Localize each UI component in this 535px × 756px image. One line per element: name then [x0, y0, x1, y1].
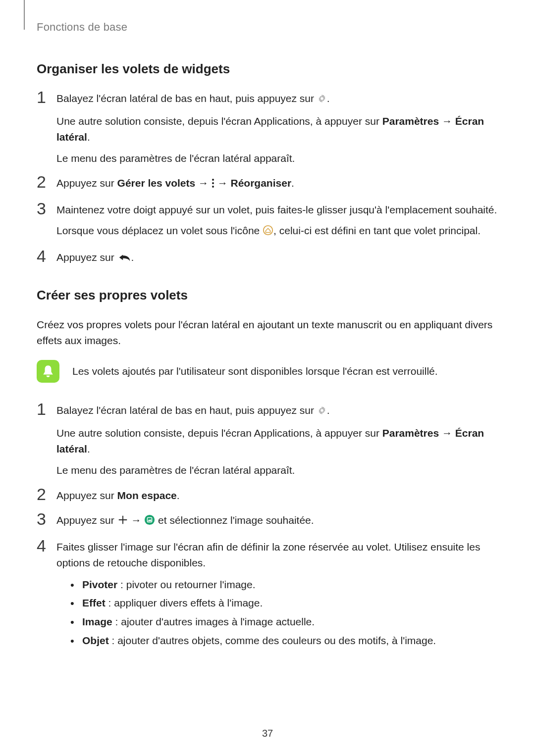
decorative-side-bar	[24, 0, 25, 30]
plus-icon	[117, 514, 128, 530]
step-body: Appuyez sur Gérer les volets → → Réorgan…	[56, 175, 294, 193]
text: Maintenez votre doigt appuyé sur un vole…	[56, 202, 497, 218]
arrow: →	[439, 115, 455, 127]
intro-paragraph: Créez vos propres volets pour l'écran la…	[37, 317, 498, 348]
text: Une autre solution consiste, depuis l'éc…	[56, 427, 382, 439]
bold-text: Gérer les volets	[117, 177, 196, 189]
bold-text: Objet	[82, 635, 109, 646]
step-body: Maintenez votre doigt appuyé sur un vole…	[56, 202, 497, 241]
text: Appuyez sur	[56, 490, 117, 501]
text: Appuyez sur	[56, 177, 117, 189]
step-number: 2	[37, 486, 48, 503]
step-body: Faites glisser l'image sur l'écran afin …	[56, 539, 498, 651]
list-item: Objet : ajouter d'autres objets, comme d…	[70, 632, 498, 649]
text: : ajouter d'autres images à l'image actu…	[112, 616, 315, 627]
step-body: Appuyez sur .	[56, 250, 134, 267]
step-row: 3 Appuyez sur → et sélectionnez l'image …	[37, 512, 498, 530]
step-body: Appuyez sur → et sélectionnez l'image so…	[56, 512, 314, 530]
breadcrumb: Fonctions de base	[37, 21, 498, 34]
step-number: 1	[37, 89, 48, 105]
text: .	[327, 404, 330, 416]
step-row: 1 Balayez l'écran latéral de bas en haut…	[37, 403, 498, 478]
bold-text: Paramètres	[382, 115, 439, 127]
list-item: Effet : appliquer divers effets à l'imag…	[70, 595, 498, 611]
step-number: 3	[37, 200, 48, 217]
arrow: →	[195, 177, 212, 189]
step-row: 1 Balayez l'écran latéral de bas en haut…	[37, 91, 498, 166]
step-row: 2 Appuyez sur Mon espace.	[37, 488, 498, 504]
text: Faites glisser l'image sur l'écran afin …	[56, 539, 498, 571]
note-text: Les volets ajoutés par l'utilisateur son…	[72, 363, 438, 380]
bold-text: Réorganiser	[231, 177, 292, 189]
text: Le menu des paramètres de l'écran latéra…	[56, 151, 498, 167]
gear-icon	[317, 92, 327, 108]
bold-text: Mon espace	[117, 490, 177, 501]
text: Lorsque vous déplacez un volet sous l'ic…	[56, 225, 263, 236]
step-row: 4 Faites glisser l'image sur l'écran afi…	[37, 539, 498, 651]
text: .	[327, 93, 330, 104]
step-row: 3 Maintenez votre doigt appuyé sur un vo…	[37, 202, 498, 241]
bold-text: Image	[82, 616, 112, 627]
text: : pivoter ou retourner l'image.	[117, 579, 255, 590]
step-number: 1	[37, 401, 48, 417]
step-body: Balayez l'écran latéral de bas en haut, …	[56, 403, 498, 478]
svg-point-4	[212, 186, 214, 188]
bold-text: Pivoter	[82, 579, 117, 590]
text: Appuyez sur	[56, 514, 117, 526]
bold-text: Effet	[82, 597, 106, 608]
bullet-list: Pivoter : pivoter ou retourner l'image. …	[70, 576, 498, 649]
step-number: 4	[37, 248, 48, 264]
step-body: Appuyez sur Mon espace.	[56, 488, 180, 504]
text: .	[131, 252, 134, 263]
text: Balayez l'écran latéral de bas en haut, …	[56, 404, 317, 416]
svg-point-2	[212, 179, 214, 181]
back-icon	[117, 251, 131, 267]
section-title-create: Créer ses propres volets	[37, 288, 498, 303]
text: Le menu des paramètres de l'écran latéra…	[56, 462, 498, 479]
page-number: 37	[0, 728, 535, 739]
list-item: Pivoter : pivoter ou retourner l'image.	[70, 576, 498, 593]
step-body: Balayez l'écran latéral de bas en haut, …	[56, 91, 498, 166]
text: .	[87, 443, 90, 454]
step-number: 4	[37, 537, 48, 554]
note-callout: Les volets ajoutés par l'utilisateur son…	[37, 360, 498, 383]
step-row: 2 Appuyez sur Gérer les volets → → Réorg…	[37, 175, 498, 193]
text: Une autre solution consiste, depuis l'éc…	[56, 115, 382, 127]
note-bell-icon	[37, 360, 59, 383]
step-number: 2	[37, 173, 48, 190]
gear-icon	[317, 404, 327, 420]
text: : ajouter d'autres objets, comme des cou…	[109, 635, 436, 646]
arrow: →	[439, 427, 455, 439]
image-badge-icon	[144, 514, 155, 530]
text: .	[87, 131, 90, 143]
list-item: Image : ajouter d'autres images à l'imag…	[70, 613, 498, 630]
step-row: 4 Appuyez sur .	[37, 250, 498, 267]
arrow: →	[128, 514, 145, 526]
text: , celui-ci est défini en tant que volet …	[273, 225, 481, 236]
svg-point-5	[264, 226, 272, 235]
text: Appuyez sur	[56, 252, 117, 263]
bold-text: Paramètres	[382, 427, 439, 439]
text: : appliquer divers effets à l'image.	[106, 597, 263, 608]
step-number: 3	[37, 510, 48, 527]
svg-point-1	[321, 97, 323, 100]
home-ring-icon	[263, 224, 273, 241]
text: .	[177, 490, 180, 501]
arrow: →	[214, 177, 231, 189]
text: .	[291, 177, 294, 189]
svg-point-3	[212, 182, 214, 184]
text: et sélectionnez l'image souhaitée.	[155, 514, 314, 526]
section-title-organize: Organiser les volets de widgets	[37, 61, 498, 77]
text: Balayez l'écran latéral de bas en haut, …	[56, 93, 317, 104]
svg-point-6	[321, 409, 323, 412]
